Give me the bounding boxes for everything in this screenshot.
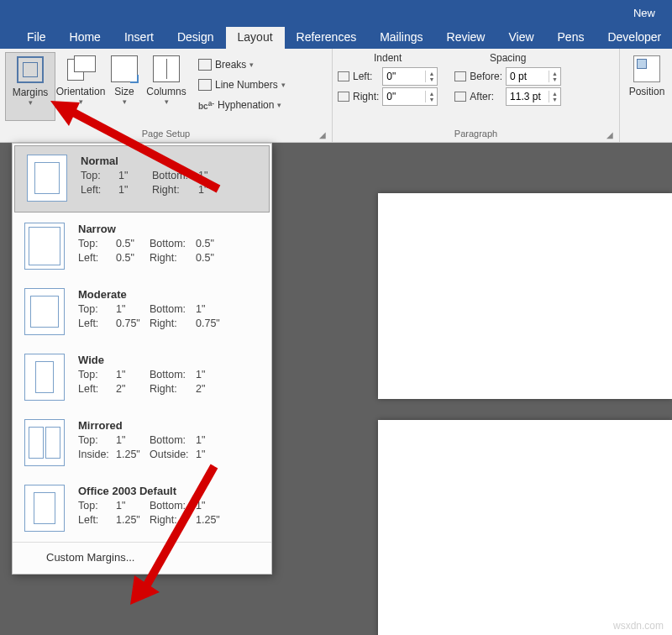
spacing-heading: Spacing: [454, 52, 561, 64]
chevron-down-icon: ▾: [277, 101, 281, 109]
margins-label: Margins: [13, 87, 49, 98]
margin-preset-icon: [24, 485, 65, 532]
margin-preset-icon: [24, 354, 65, 401]
page-1[interactable]: [378, 193, 672, 399]
paragraph-launcher[interactable]: ◢: [606, 130, 617, 140]
breaks-icon: [198, 59, 212, 71]
spacing-after-icon: [454, 92, 466, 102]
hyphenation-icon: bca-: [198, 99, 214, 111]
margins-dropdown: NormalTop:1"Bottom:1"Left:1"Right:1"Narr…: [12, 143, 272, 575]
spacing-before-input[interactable]: ▲▼: [506, 67, 561, 86]
group-paragraph: Indent Left: ▲▼ Right: ▲▼ Spacing Before…: [333, 49, 620, 142]
spacing-after-label: After:: [470, 91, 502, 102]
position-icon: [633, 55, 660, 82]
line-numbers-icon: [198, 79, 212, 91]
tab-mailings[interactable]: Mailings: [368, 27, 434, 49]
title-bar: New: [0, 0, 672, 25]
chevron-down-icon: ▾: [281, 81, 286, 89]
preset-title: Normal: [81, 155, 257, 167]
custom-margins-item[interactable]: Custom Margins...: [13, 543, 271, 574]
chevron-down-icon: ▾: [123, 97, 127, 106]
line-numbers-button[interactable]: Line Numbers▾: [195, 76, 289, 94]
tab-pens[interactable]: Pens: [546, 27, 596, 49]
indent-left-icon: [338, 71, 349, 81]
tab-layout[interactable]: Layout: [226, 27, 285, 49]
group-label-paragraph: Paragraph: [338, 127, 614, 140]
page-2[interactable]: [378, 420, 672, 635]
hyphenation-label: Hyphenation: [218, 99, 274, 111]
position-button[interactable]: Position: [625, 52, 669, 121]
tab-review[interactable]: Review: [435, 27, 497, 49]
line-numbers-label: Line Numbers: [215, 79, 278, 91]
indent-heading: Indent: [338, 52, 438, 64]
chevron-down-icon: ▾: [249, 60, 254, 69]
margin-preset-wide[interactable]: WideTop:1"Bottom:1"Left:2"Right:2": [13, 345, 271, 411]
indent-right-input[interactable]: ▲▼: [382, 87, 438, 106]
watermark: wsxdn.com: [613, 620, 664, 632]
spacing-before-label: Before:: [470, 71, 502, 82]
margins-icon: [17, 56, 44, 83]
spacing-before-icon: [454, 71, 466, 81]
breaks-button[interactable]: Breaks▾: [195, 55, 289, 74]
margin-preset-mirrored[interactable]: MirroredTop:1"Bottom:1"Inside:1.25"Outsi…: [13, 411, 271, 476]
spacing-after-input[interactable]: ▲▼: [506, 87, 561, 106]
margins-button[interactable]: Margins ▾: [5, 52, 55, 121]
orientation-icon: [67, 55, 94, 82]
size-label: Size: [114, 86, 134, 97]
margin-preset-narrow[interactable]: NarrowTop:0.5"Bottom:0.5"Left:0.5"Right:…: [13, 214, 271, 280]
tab-file[interactable]: File: [15, 27, 58, 49]
margin-preset-icon: [24, 419, 65, 466]
orientation-label: Orientation: [56, 86, 106, 97]
margin-preset-office-2003-default[interactable]: Office 2003 DefaultTop:1"Bottom:1"Left:1…: [13, 476, 271, 542]
columns-label: Columns: [146, 86, 186, 97]
orientation-button[interactable]: Orientation ▾: [55, 52, 106, 121]
tab-design[interactable]: Design: [165, 27, 226, 49]
group-label-page-setup: Page Setup: [5, 127, 327, 140]
breaks-label: Breaks: [215, 59, 246, 71]
chevron-down-icon: ▾: [29, 98, 33, 107]
tab-home[interactable]: Home: [58, 27, 113, 49]
ribbon-tabs: File Home Insert Design Layout Reference…: [0, 25, 672, 49]
tab-insert[interactable]: Insert: [113, 27, 165, 49]
indent-right-label: Right:: [353, 91, 379, 102]
margin-preset-normal[interactable]: NormalTop:1"Bottom:1"Left:1"Right:1": [14, 145, 270, 213]
group-arrange: Position: [620, 49, 670, 142]
group-page-setup: Margins ▾ Orientation ▾ Size ▾ Columns ▾: [0, 49, 333, 142]
margin-preset-icon: [24, 288, 65, 335]
ribbon: Margins ▾ Orientation ▾ Size ▾ Columns ▾: [0, 49, 672, 143]
size-button[interactable]: Size ▾: [106, 52, 143, 121]
tab-view[interactable]: View: [496, 27, 545, 49]
tab-references[interactable]: References: [285, 27, 369, 49]
page-setup-launcher[interactable]: ◢: [319, 130, 329, 140]
margin-preset-moderate[interactable]: ModerateTop:1"Bottom:1"Left:0.75"Right:0…: [13, 280, 271, 345]
position-label: Position: [629, 86, 665, 97]
indent-left-input[interactable]: ▲▼: [382, 67, 438, 86]
hyphenation-button[interactable]: bca-Hyphenation▾: [195, 96, 289, 114]
margin-preset-icon: [24, 223, 65, 270]
preset-title: Wide: [78, 354, 260, 366]
columns-icon: [153, 55, 180, 82]
margin-preset-icon: [27, 155, 67, 202]
chevron-down-icon: ▾: [79, 97, 83, 106]
tab-developer[interactable]: Developer: [596, 27, 672, 49]
columns-button[interactable]: Columns ▾: [143, 52, 190, 121]
preset-title: Mirrored: [78, 419, 260, 432]
preset-title: Narrow: [78, 223, 260, 235]
indent-right-icon: [338, 92, 349, 102]
chevron-down-icon: ▾: [165, 97, 169, 106]
size-icon: [111, 55, 138, 82]
preset-title: Moderate: [78, 288, 260, 301]
indent-left-label: Left:: [353, 71, 379, 82]
document-title: New: [633, 7, 655, 19]
preset-title: Office 2003 Default: [78, 485, 260, 497]
